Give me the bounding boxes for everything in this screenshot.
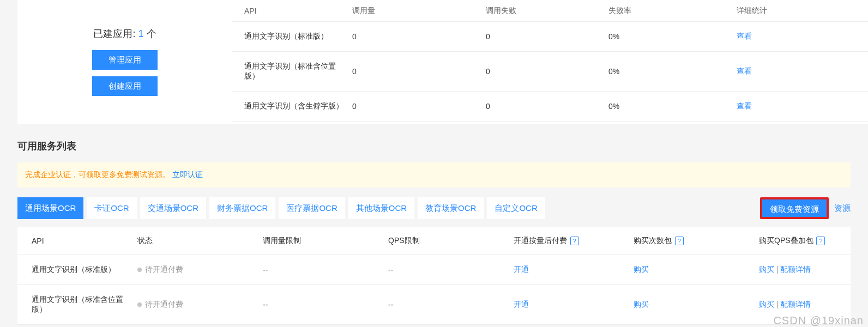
svc-api: 通用文字识别（标准含位置版） (17, 285, 137, 324)
quota-detail-link[interactable]: 配额详情 (780, 300, 811, 308)
buy-qps-link[interactable]: 购买 (759, 265, 774, 274)
tabs-row: 通用场景OCR卡证OCR交通场景OCR财务票据OCR医疗票据OCR其他场景OCR… (17, 197, 851, 219)
service-table: API 状态 调用量限制 QPS限制 开通按量后付费 ? 购买次数包 ? 购买Q… (17, 227, 851, 325)
cert-link[interactable]: 立即认证 (172, 170, 203, 179)
open-link[interactable]: 开通 (514, 265, 529, 274)
service-table-header: API 状态 调用量限制 QPS限制 开通按量后付费 ? 购买次数包 ? 购买Q… (17, 227, 851, 255)
col-rate: 失败率 (608, 6, 737, 16)
scol-limit: 调用量限制 (263, 236, 388, 246)
scol-open: 开通按量后付费 ? (514, 236, 634, 246)
tab[interactable]: 其他场景OCR (348, 197, 414, 219)
resources-link[interactable]: 资源 (834, 203, 851, 214)
svc-status: 待开通付费 (137, 290, 263, 319)
tabs-list: 通用场景OCR卡证OCR交通场景OCR财务票据OCR医疗票据OCR其他场景OCR… (17, 197, 548, 219)
usage-table-header: API 调用量 调用失败 失败率 详细统计 (232, 0, 868, 22)
separator: | (776, 300, 779, 308)
tab[interactable]: 教育场景OCR (418, 197, 484, 219)
app-count-value: 1 (138, 28, 143, 39)
svc-qpspack: 购买 | 配额详情 (759, 290, 846, 319)
svc-qps: -- (388, 256, 514, 284)
claim-free-resource-button[interactable]: 领取免费资源 (760, 197, 829, 219)
app-summary-card: 已建应用: 1 个 管理应用 创建应用 (17, 0, 232, 124)
usage-row: 通用文字识别（标准含位置版）000%查看 (232, 52, 868, 92)
service-row: 通用文字识别（标准含位置版）待开通付费----开通购买购买 | 配额详情 (17, 285, 851, 325)
help-icon[interactable]: ? (816, 237, 825, 245)
app-count-prefix: 已建应用: (93, 28, 138, 39)
usage-row: 通用文字识别（含生僻字版）000%查看 (232, 92, 868, 122)
scol-pack-label: 购买次数包 (634, 236, 672, 245)
notice-text: 完成企业认证，可领取更多免费测试资源。 (25, 170, 170, 179)
status-dot-icon (137, 268, 142, 272)
usage-detail-link[interactable]: 查看 (737, 22, 835, 51)
scol-open-label: 开通按量后付费 (514, 236, 567, 245)
usage-detail-link[interactable]: 查看 (737, 92, 835, 121)
usage-table: API 调用量 调用失败 失败率 详细统计 通用文字识别（标准版）000%查看通… (232, 0, 868, 124)
usage-calls: 0 (352, 122, 486, 124)
scol-status: 状态 (137, 236, 263, 246)
svc-status: 待开通付费 (137, 255, 263, 284)
usage-row: 通用文字识别（高精度版）000%查看 (232, 122, 868, 124)
svc-qps: -- (388, 290, 514, 319)
svc-limit: -- (263, 256, 388, 284)
usage-rate: 0% (608, 92, 737, 120)
tab[interactable]: 通用场景OCR (17, 197, 83, 219)
section-title: 可用服务列表 (17, 140, 868, 153)
tab[interactable]: 自定义OCR (487, 197, 545, 219)
svc-open: 开通 (514, 290, 634, 319)
help-icon[interactable]: ? (675, 237, 684, 245)
help-icon[interactable]: ? (570, 237, 579, 245)
col-fails: 调用失败 (486, 6, 608, 16)
svc-open: 开通 (514, 255, 634, 284)
buy-pack-link[interactable]: 购买 (634, 265, 649, 274)
svc-pack: 购买 (634, 255, 759, 284)
usage-calls: 0 (352, 92, 486, 120)
usage-api: 通用文字识别（高精度版） (232, 122, 352, 124)
open-link[interactable]: 开通 (514, 300, 529, 308)
tab[interactable]: 卡证OCR (87, 197, 136, 219)
usage-calls: 0 (352, 22, 486, 51)
usage-detail-link[interactable]: 查看 (737, 122, 835, 124)
scol-qps: QPS限制 (388, 236, 514, 246)
usage-fails: 0 (486, 92, 608, 120)
usage-calls: 0 (352, 57, 486, 86)
usage-fails: 0 (486, 22, 608, 51)
usage-api: 通用文字识别（标准版） (232, 22, 352, 51)
svc-limit: -- (263, 290, 388, 319)
scol-qpspack: 购买QPS叠加包 ? (759, 236, 846, 246)
svc-api: 通用文字识别（标准版） (17, 255, 137, 284)
buy-qps-link[interactable]: 购买 (759, 300, 774, 308)
separator: | (776, 265, 779, 274)
manage-apps-button[interactable]: 管理应用 (92, 50, 158, 70)
usage-row: 通用文字识别（标准版）000%查看 (232, 22, 868, 52)
usage-fails: 0 (486, 122, 608, 124)
tab[interactable]: 财务票据OCR (209, 197, 275, 219)
usage-rate: 0% (608, 122, 737, 124)
svc-pack: 购买 (634, 290, 759, 319)
status-dot-icon (137, 302, 142, 307)
usage-rate: 0% (608, 57, 737, 86)
scol-api: API (17, 237, 137, 245)
col-calls: 调用量 (352, 6, 486, 16)
cert-notice: 完成企业认证，可领取更多免费测试资源。 立即认证 (17, 162, 851, 187)
quota-detail-link[interactable]: 配额详情 (780, 265, 811, 274)
buy-pack-link[interactable]: 购买 (634, 300, 649, 308)
create-app-button[interactable]: 创建应用 (92, 76, 158, 96)
service-row: 通用文字识别（标准版）待开通付费----开通购买购买 | 配额详情 (17, 255, 851, 285)
col-api: API (232, 7, 352, 15)
scol-pack: 购买次数包 ? (634, 236, 759, 246)
tab[interactable]: 医疗票据OCR (279, 197, 345, 219)
scol-qpspack-label: 购买QPS叠加包 (759, 236, 813, 245)
usage-fails: 0 (486, 57, 608, 86)
usage-rate: 0% (608, 22, 737, 51)
svc-qpspack: 购买 | 配额详情 (759, 255, 846, 284)
usage-api: 通用文字识别（含生僻字版） (232, 92, 352, 121)
app-count-unit: 个 (144, 28, 156, 39)
col-detail: 详细统计 (737, 6, 835, 16)
usage-api: 通用文字识别（标准含位置版） (232, 52, 352, 91)
app-count-title: 已建应用: 1 个 (17, 27, 232, 40)
usage-detail-link[interactable]: 查看 (737, 57, 835, 86)
tab[interactable]: 交通场景OCR (140, 197, 206, 219)
